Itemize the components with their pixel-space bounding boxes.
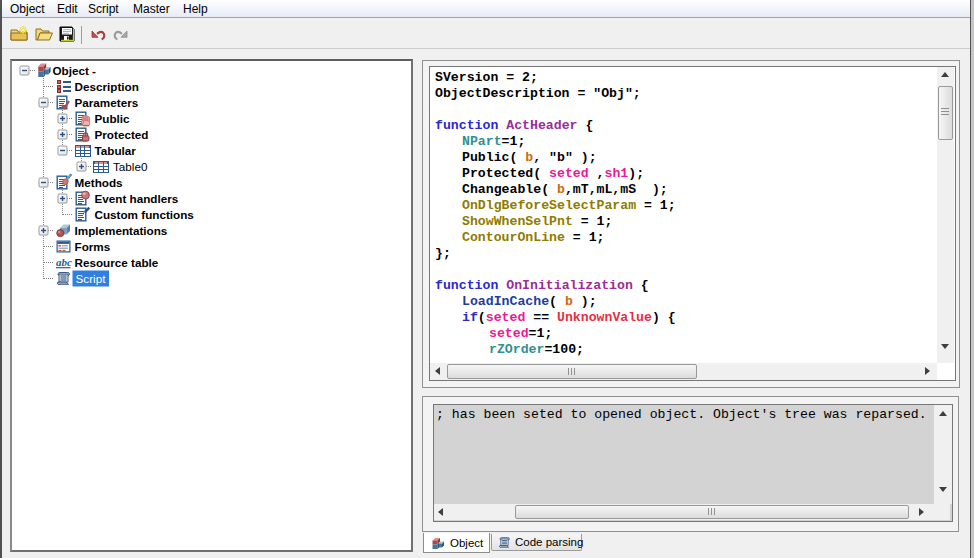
svg-text:Description: Description (75, 80, 139, 93)
svg-text:Table0: Table0 (113, 160, 148, 173)
svg-text:Event handlers: Event handlers (95, 192, 179, 205)
svg-text:Forms: Forms (75, 240, 111, 253)
svg-text:Script: Script (76, 272, 107, 285)
svg-text:Tabular: Tabular (95, 144, 137, 157)
svg-text:Object -: Object - (53, 64, 97, 77)
svg-text:Custom functions: Custom functions (95, 208, 195, 221)
svg-text:Implementations: Implementations (75, 224, 168, 237)
svg-text:Parameters: Parameters (75, 96, 139, 109)
svg-text:Public: Public (95, 112, 131, 125)
svg-text:Protected: Protected (95, 128, 149, 141)
svg-text:Resource table: Resource table (75, 256, 159, 269)
svg-text:Methods: Methods (75, 176, 124, 189)
